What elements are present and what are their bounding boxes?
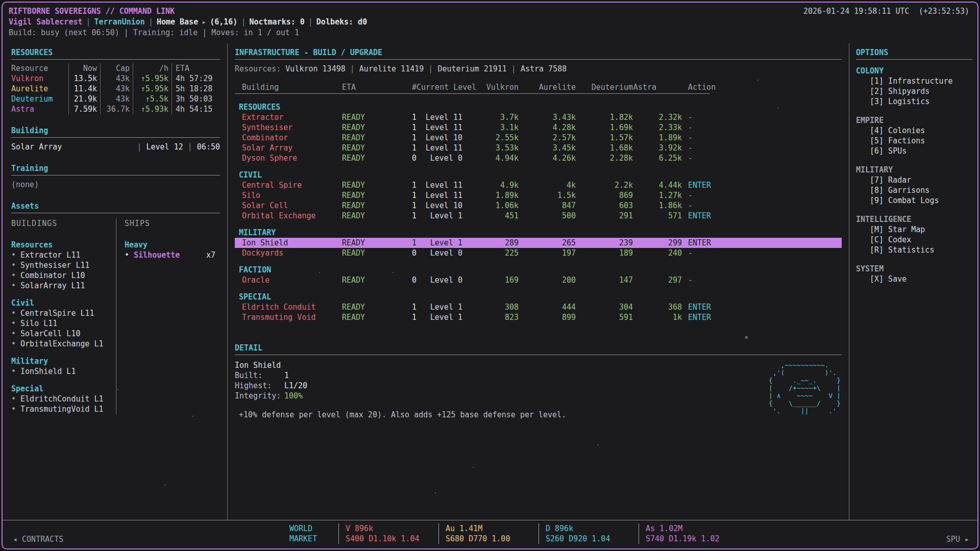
infra-eta: READY (342, 211, 394, 221)
infra-action[interactable]: ENTER (682, 211, 842, 221)
infra-cost-vulkron: 2.55k (462, 133, 519, 143)
resource-row: Deuterium21.9k43k↑5.5k3h 50:03 (11, 94, 220, 104)
options-group-name: MILITARY (856, 165, 972, 175)
infra-count: 1 (394, 112, 416, 122)
infra-table-row[interactable]: Transmuting VoidREADY1Level 18238995911k… (235, 312, 842, 322)
infra-table-row[interactable]: OracleREADY0Level 0169200147297- (235, 275, 842, 285)
clock: 2026-01-24 19:58:11 UTC (+23:52:53) (803, 6, 969, 17)
infra-table-row[interactable]: Solar ArrayREADY1Level 113.53k3.45k1.68k… (235, 143, 842, 153)
infra-cost-deuterium: 2.28k (576, 153, 633, 163)
col-rate: /h (133, 63, 172, 73)
breadcrumb-arrow-icon: ▸ (202, 17, 206, 28)
options-menu-item[interactable]: [8] Garrisons (856, 185, 972, 195)
infra-table-row[interactable]: Dyson SphereREADY0Level 04.94k4.26k2.28k… (235, 153, 842, 163)
options-menu-item[interactable]: [R] Statistics (856, 245, 972, 255)
resource-rate: ↑5.95k (133, 84, 172, 94)
infra-cost-astra: 297 (633, 275, 682, 285)
market-entry-prices: S260 D920 1.04 (546, 534, 639, 544)
infra-eta: READY (342, 153, 394, 163)
infra-level: Level 11 (416, 112, 462, 122)
infra-cost-aurelite: 899 (519, 312, 576, 322)
world-market-label: WORLD MARKET (289, 523, 338, 544)
options-menu-item[interactable]: [C] Codex (856, 235, 972, 245)
infra-action[interactable]: ENTER (682, 312, 842, 322)
resource-cap: 43k (100, 73, 133, 84)
infra-level: Level 11 (416, 122, 462, 133)
options-menu-item[interactable]: [9] Combat Logs (856, 195, 972, 206)
spu-nav[interactable]: SPU ▸ (946, 535, 969, 544)
infra-level: Level 0 (416, 248, 462, 258)
building-list-label: Combinator L10 (20, 271, 85, 280)
resource-rate: ↑5.93k (133, 104, 172, 114)
infra-level: Level 10 (416, 133, 462, 143)
infra-cost-deuterium: 1.57k (576, 133, 633, 143)
infra-cost-vulkron: 289 (462, 238, 519, 248)
options-menu-item[interactable]: [4] Colonies (856, 126, 972, 136)
infra-group-name: CIVIL (235, 170, 842, 180)
resource-amount: Astra 7588 (521, 64, 567, 73)
infra-eta: READY (342, 133, 394, 143)
separator: | (188, 142, 192, 152)
infra-count: 0 (394, 153, 416, 163)
location-label[interactable]: Home Base (157, 17, 198, 28)
detail-highest-value: L1/20 (284, 381, 307, 390)
infra-action[interactable]: ENTER (682, 238, 842, 248)
options-group-name: INTELLIGENCE (856, 214, 972, 224)
training-panel-title: Training (11, 163, 220, 173)
infra-table-row[interactable]: CombinatorREADY1Level 102.55k2.57k1.57k1… (235, 133, 842, 143)
infra-cost-deuterium: 603 (576, 201, 633, 211)
contracts-nav[interactable]: ◂ CONTRACTS (13, 535, 63, 544)
options-menu-item[interactable]: [5] Factions (856, 136, 972, 146)
infra-count: 1 (394, 143, 416, 153)
infra-table-row[interactable]: ExtractorREADY1Level 113.7k3.43k1.82k2.3… (235, 112, 842, 122)
infra-table-row[interactable]: DockyardsREADY0Level 0225197189240- (235, 248, 842, 258)
options-menu-item[interactable]: [X] Save (856, 274, 972, 284)
options-menu-item[interactable]: [3] Logistics (856, 96, 972, 107)
building-list-label: OrbitalExchange L1 (20, 339, 104, 348)
infra-action[interactable]: ENTER (682, 180, 842, 190)
infra-table-row[interactable]: Solar CellREADY1Level 101.06k8476031.86k… (235, 201, 842, 211)
col-vulkron: Vulkron (480, 82, 519, 92)
infra-cost-astra: 4.44k (633, 180, 682, 190)
infra-table-row[interactable]: Eldritch ConduitREADY1Level 130844430436… (235, 302, 842, 312)
separator: | (424, 64, 437, 73)
infra-table-row[interactable]: Central SpireREADY1Level 114.9k4k2.2k4.4… (235, 180, 842, 190)
infra-action: - (682, 112, 842, 122)
options-menu-item[interactable]: [1] Infrastructure (856, 76, 972, 86)
infra-action[interactable]: ENTER (682, 302, 842, 312)
building-list-label: EldritchConduit L1 (20, 394, 104, 404)
options-menu-item[interactable]: [M] Star Map (856, 224, 972, 235)
faction-name: TerranUnion (94, 17, 145, 28)
status-line: Build: busy (next 06:50) | Training: idl… (9, 28, 299, 38)
separator: | (308, 17, 313, 28)
detail-integrity-label: Integrity: (235, 391, 284, 401)
infra-building-name: Solar Cell (235, 201, 342, 211)
resource-amount: Vulkron 13498 (285, 64, 345, 73)
infra-action: - (682, 248, 842, 258)
infra-building-name: Solar Array (235, 143, 342, 153)
build-queue-item: Solar Array | Level 12 | 06:50 (11, 142, 220, 152)
resource-eta: 4h 57:29 (172, 73, 220, 84)
left-panel: RESOURCES Resource Now Cap /h ETA Vulkro… (3, 43, 228, 520)
col-aurelite: Aurelite (519, 82, 576, 92)
starfield-dot (757, 80, 758, 81)
resource-cap: 36.7k (100, 104, 133, 114)
infrastructure-title: INFRASTRUCTURE - BUILD / UPGRADE (235, 47, 842, 58)
infra-table-row[interactable]: Ion ShieldREADY1Level 1289265239299ENTER (235, 238, 842, 248)
options-menu-item[interactable]: [7] Radar (856, 175, 972, 185)
infra-building-name: Orbital Exchange (235, 211, 342, 221)
infra-eta: READY (342, 180, 394, 190)
infra-eta: READY (342, 238, 394, 248)
infra-table-row[interactable]: SynthesiserREADY1Level 113.1k4.28k1.69k2… (235, 122, 842, 133)
col-deuterium: Deuterium (576, 82, 633, 92)
dolbeks-counter: Dolbeks: d0 (316, 17, 367, 28)
options-menu-item[interactable]: [2] Shipyards (856, 86, 972, 96)
infra-table-row[interactable]: Orbital ExchangeREADY1Level 145150029157… (235, 211, 842, 221)
bullet-icon: • (11, 261, 20, 270)
infra-cost-aurelite: 1.5k (519, 190, 576, 201)
infra-table-row[interactable]: SiloREADY1Level 111.89k1.5k8691.27k- (235, 190, 842, 201)
footer-bar: ◂ CONTRACTS WORLD MARKET V 896kS400 D1.1… (3, 520, 977, 548)
infra-cost-aurelite: 3.43k (519, 112, 576, 122)
infra-cost-aurelite: 2.57k (519, 133, 576, 143)
options-menu-item[interactable]: [6] SPUs (856, 146, 972, 156)
